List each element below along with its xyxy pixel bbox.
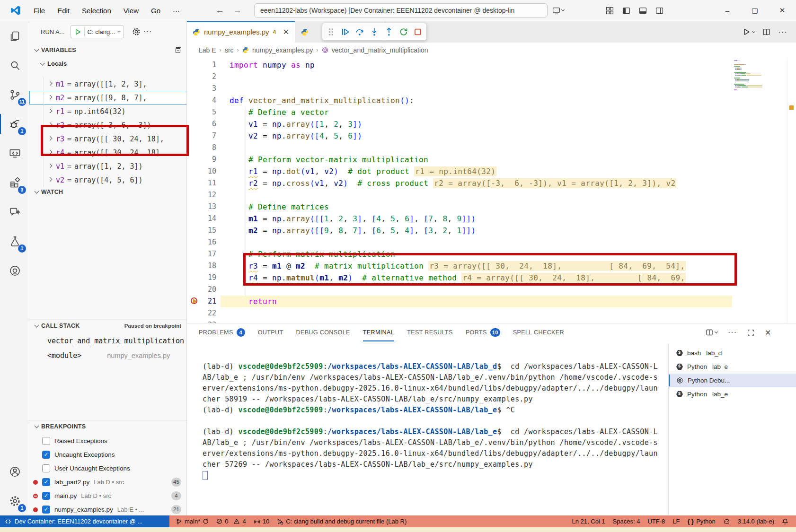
code-line[interactable]: 8 bbox=[187, 142, 796, 154]
command-center[interactable]: eeen11202-labs (Workspace) [Dev Containe… bbox=[254, 3, 548, 17]
code-line[interactable]: 6 v1 = np.array([1, 2, 3]) bbox=[187, 118, 796, 130]
variable-row-r4[interactable]: r4=array([[ 30, 24, 18], bbox=[29, 146, 187, 159]
panel-tab-spell-checker[interactable]: SPELL CHECKER bbox=[513, 323, 564, 341]
ports-status[interactable]: 10 bbox=[250, 518, 273, 525]
terminal-session-bash[interactable]: bashlab_d bbox=[669, 346, 796, 360]
breakpoint-row[interactable]: User Uncaught Exceptions bbox=[29, 462, 187, 475]
call-stack-frame[interactable]: vector_and_matrix_multiplication bbox=[29, 333, 187, 348]
toolbar-drag-handle[interactable] bbox=[326, 27, 336, 37]
variable-row-r1[interactable]: r1=np.int64(32) bbox=[29, 105, 187, 118]
activity-item-search[interactable] bbox=[0, 51, 29, 80]
line-number[interactable]: 6 bbox=[187, 118, 216, 130]
copilot-status[interactable] bbox=[719, 518, 734, 525]
code-line[interactable]: 4def vector_and_matrix_multiplication(): bbox=[187, 95, 796, 106]
variable-row-m1[interactable]: m1=array([[1, 2, 3], bbox=[29, 77, 187, 91]
variables-section-header[interactable]: VARIABLES bbox=[29, 44, 187, 56]
toggle-secondary-sidebar-icon[interactable] bbox=[655, 7, 663, 15]
panel-tab-ports[interactable]: PORTS10 bbox=[466, 323, 500, 341]
call-stack-frame[interactable]: <module>numpy_examples.py bbox=[29, 348, 187, 363]
debug-restart-icon[interactable] bbox=[399, 27, 408, 37]
tab-close-icon[interactable]: ✕ bbox=[283, 27, 289, 36]
code-line[interactable]: 10 r1 = np.dot(v1, v2) # dot product r1 … bbox=[187, 166, 796, 177]
start-debug-icon[interactable] bbox=[74, 28, 81, 35]
code-line[interactable]: 20 bbox=[187, 284, 796, 296]
line-number[interactable]: 12 bbox=[187, 189, 216, 201]
breakpoint-row[interactable]: Raised Exceptions bbox=[29, 434, 187, 448]
breakpoint-checkbox[interactable]: ✓ bbox=[42, 451, 50, 459]
panel-tab-output[interactable]: OUTPUT bbox=[258, 323, 283, 341]
encoding-status[interactable]: UTF-8 bbox=[644, 518, 669, 525]
code-line[interactable]: 19 r4 = np.matmul(m1, m2) # alternative … bbox=[187, 272, 796, 284]
launch-config-select[interactable]: C: clang... bbox=[88, 28, 115, 35]
breadcrumb-symbol[interactable]: vector_and_matrix_multiplication bbox=[332, 46, 428, 54]
split-editor-icon[interactable] bbox=[762, 28, 770, 36]
code-line[interactable]: 1import numpy as np bbox=[187, 59, 796, 71]
debug-continue-icon[interactable] bbox=[341, 27, 350, 37]
close-panel-icon[interactable]: ✕ bbox=[765, 328, 771, 337]
line-number[interactable]: 3 bbox=[187, 83, 216, 95]
minimap[interactable] bbox=[732, 57, 787, 323]
breadcrumb-folder[interactable]: Lab E bbox=[199, 46, 216, 54]
activity-item-files[interactable] bbox=[0, 21, 29, 51]
variable-row-v1[interactable]: v1=array([1, 2, 3]) bbox=[29, 159, 187, 173]
activity-item-chat[interactable] bbox=[0, 197, 29, 227]
activity-item-github[interactable] bbox=[0, 256, 29, 285]
line-number[interactable]: 7 bbox=[187, 130, 216, 142]
variable-row-v2[interactable]: v2=array([4, 5, 6]) bbox=[29, 173, 187, 187]
breakpoint-row[interactable]: ✓Uncaught Exceptions bbox=[29, 448, 187, 462]
breakpoints-section-header[interactable]: BREAKPOINTS bbox=[29, 420, 187, 433]
variable-row-r3[interactable]: r3=array([[ 30, 24, 18], bbox=[29, 132, 187, 146]
customize-layout-icon[interactable] bbox=[606, 7, 614, 15]
run-python-file-button[interactable] bbox=[743, 28, 755, 36]
breadcrumb-file[interactable]: numpy_examples.py bbox=[252, 46, 313, 54]
menu-selection[interactable]: Selection bbox=[76, 0, 117, 21]
code-editor[interactable]: 1import numpy as np234def vector_and_mat… bbox=[187, 57, 796, 323]
cursor-position-status[interactable]: Ln 21, Col 1 bbox=[568, 518, 609, 525]
line-number[interactable]: 5 bbox=[187, 106, 216, 118]
line-number[interactable]: 13 bbox=[187, 201, 216, 213]
line-number[interactable]: 22 bbox=[187, 307, 216, 319]
debug-stop-icon[interactable] bbox=[413, 27, 423, 37]
variable-row-r2[interactable]: r2=array([-3, 6, -3]) bbox=[29, 118, 187, 132]
terminal-session-python[interactable]: Pythonlab_e bbox=[669, 360, 796, 374]
watch-section-header[interactable]: WATCH bbox=[29, 185, 187, 198]
language-mode-status[interactable]: { } Python bbox=[683, 518, 719, 525]
activity-item-source-control[interactable]: 11 bbox=[0, 80, 29, 109]
toggle-primary-sidebar-icon[interactable] bbox=[622, 7, 630, 15]
code-line[interactable]: 11 r2 = np.cross(v1, v2) # cross product… bbox=[187, 177, 796, 189]
menu-go[interactable]: Go bbox=[145, 0, 167, 21]
debug-step-into-icon[interactable] bbox=[370, 27, 379, 37]
debug-settings-gear-icon[interactable] bbox=[131, 26, 142, 37]
debug-config-status[interactable]: C: clang build and debug current file (L… bbox=[273, 518, 410, 525]
breakpoint-row[interactable]: ✓main.pyLab D • src4 bbox=[29, 489, 187, 503]
breakpoint-row[interactable]: ✓lab_part2.pyLab D • src45 bbox=[29, 475, 187, 489]
line-number[interactable]: 2 bbox=[187, 71, 216, 83]
branch-status[interactable]: main* bbox=[172, 518, 212, 525]
breakpoint-checkbox[interactable]: ✓ bbox=[42, 492, 50, 500]
line-number[interactable]: 17 bbox=[187, 248, 216, 260]
code-line[interactable]: 15 m2 = np.array([[9, 8, 7], [6, 5, 4], … bbox=[187, 225, 796, 236]
line-number[interactable]: 16 bbox=[187, 236, 216, 248]
line-number[interactable]: 18 bbox=[187, 260, 216, 272]
call-stack-section-header[interactable]: CALL STACK Paused on breakpoint bbox=[29, 319, 187, 332]
menu-view[interactable]: View bbox=[117, 0, 145, 21]
back-arrow-icon[interactable]: ← bbox=[215, 5, 224, 16]
line-number[interactable]: 11 bbox=[187, 177, 216, 189]
line-number[interactable]: 15 bbox=[187, 225, 216, 236]
code-line[interactable]: 16 bbox=[187, 236, 796, 248]
code-line[interactable]: 14 m1 = np.array([[1, 2, 3], [4, 5, 6], … bbox=[187, 213, 796, 225]
split-terminal-icon[interactable] bbox=[706, 329, 717, 336]
code-line[interactable]: 3 bbox=[187, 83, 796, 95]
problems-status[interactable]: 0 4 bbox=[212, 518, 249, 525]
panel-tab-terminal[interactable]: TERMINAL bbox=[363, 323, 394, 341]
python-version-status[interactable]: 3.14.0 (lab-e) bbox=[734, 518, 778, 525]
code-line[interactable]: 5 # Define a vector bbox=[187, 106, 796, 118]
forward-arrow-icon[interactable]: → bbox=[233, 5, 242, 16]
copilot-chat-icon[interactable] bbox=[552, 7, 564, 15]
breadcrumb-folder[interactable]: src bbox=[225, 46, 234, 54]
menu-file[interactable]: File bbox=[27, 0, 51, 21]
activity-item-remote[interactable] bbox=[0, 139, 29, 168]
activity-item-testing[interactable]: 1 bbox=[0, 227, 29, 256]
breakpoint-checkbox[interactable]: ✓ bbox=[42, 506, 50, 514]
menu-edit[interactable]: Edit bbox=[51, 0, 76, 21]
